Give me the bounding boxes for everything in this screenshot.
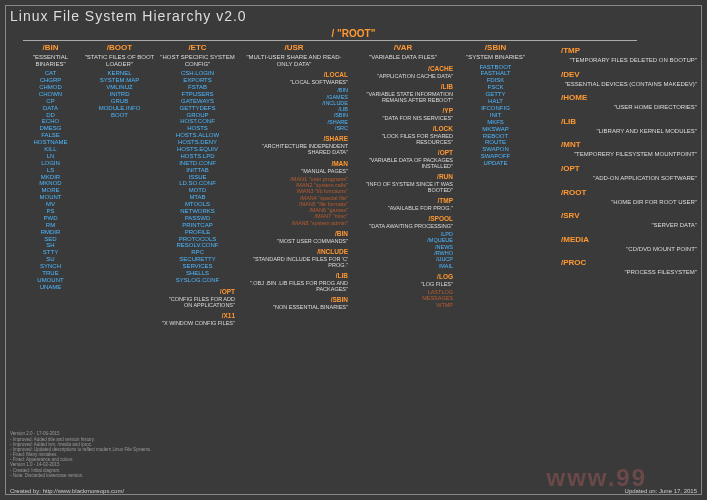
dir-header: /ROOT: [557, 186, 697, 197]
dir-header: /TMP: [557, 44, 697, 55]
dir-items: KERNELSYSTEM.MAPVMLINUZINITRDGRUBMODULE.…: [83, 70, 156, 118]
subdir-desc: "NON ESSENTIAL BINARIES": [240, 304, 348, 310]
dir-column: /BIN"ESSENTIAL BINARIES"CATCHGRPCHMODCHO…: [23, 40, 78, 291]
dir-block: /ROOT"HOME DIR FOR ROOT USER": [557, 186, 697, 206]
subdir-desc: "MANUAL PAGES": [240, 168, 348, 174]
dir-header: /OPT: [557, 162, 697, 173]
dir-block: /LIB"LIBRARY AND KERNEL MODULES": [557, 115, 697, 135]
subdir: /OPT"VARIABLE DATA OF PACKAGES INSTALLED…: [353, 149, 453, 169]
dir-block: /MNT"TEMPORERY FILESYSTEM MOUNTPOINT": [557, 138, 697, 158]
subdir-desc: "VARIABLE STATE INFORMATION REMAINS AFTE…: [353, 91, 453, 103]
dir-items: CATCHGRPCHMODCHOWNCPDATADDECHODMESGFALSE…: [23, 70, 78, 291]
dir-desc: "SERVER DATA": [557, 222, 697, 229]
dir-desc: "PROCESS FILESYSTEM": [557, 269, 697, 276]
dir-header: /USR: [240, 40, 348, 52]
subdir-header: /BIN: [240, 230, 348, 237]
subdir-desc: "CONFIG FILES FOR ADD ON APPLICATIONS": [160, 296, 235, 308]
subdir: /LOCAL"LOCAL SOFTWARES"/BIN/GAMES/INCLUD…: [240, 71, 348, 131]
subdir-header: /YP: [353, 107, 453, 114]
subdir: /RUN"INFO OF SYSTEM SINCE IT WAS BOOTED": [353, 173, 453, 193]
subdir-desc: "LOG FILES": [353, 281, 453, 287]
dir-header: /MNT: [557, 138, 697, 149]
diagram-canvas: /BIN"ESSENTIAL BINARIES"CATCHGRPCHMODCHO…: [8, 40, 699, 475]
dir-header: /BIN: [23, 40, 78, 52]
subdir-desc: "DATA FOR NIS SERVICES": [353, 115, 453, 121]
dir-header: /HOME: [557, 91, 697, 102]
dir-desc: "TEMPORARY FILES DELETED ON BOOTUP": [557, 57, 697, 64]
right-column: /TMP"TEMPORARY FILES DELETED ON BOOTUP"/…: [557, 40, 697, 279]
subdir: /TMP"AVAILABLE FOR PROG.": [353, 197, 453, 211]
dir-header: /DEV: [557, 68, 697, 79]
subdir-header: /OPT: [353, 149, 453, 156]
subdir: /LIB"VARIABLE STATE INFORMATION REMAINS …: [353, 83, 453, 103]
subdir-desc: "INFO OF SYSTEM SINCE IT WAS BOOTED": [353, 181, 453, 193]
dir-items: FASTBOOTFASTHALTFDISKFSCKGETTYHALTIFCONF…: [458, 64, 533, 167]
subdir-desc: "APPLICATION CACHE DATA": [353, 73, 453, 79]
dir-column: /USR"MULTI-USER SHARE AND READ-ONLY DATA…: [240, 40, 348, 312]
subdir: /SHARE"ARCHITECTURE INDEPENDENT SHARED D…: [240, 135, 348, 155]
subdir-desc: "LOCK FILES FOR SHARED RESOURCES": [353, 133, 453, 145]
subdir-header: /INCLUDE: [240, 248, 348, 255]
subdir-desc: "VARIABLE DATA OF PACKAGES INSTALLED": [353, 157, 453, 169]
subdir-header: /RUN: [353, 173, 453, 180]
subdir-desc: "X WINDOW CONFIG FILES": [160, 320, 235, 326]
dir-column: /ETC"HOST SPECIFIC SYSTEM CONFIG"CSH.LOG…: [160, 40, 235, 328]
subdir: /SBIN"NON ESSENTIAL BINARIES": [240, 296, 348, 310]
subdir: /LOG"LOG FILES"LASTLOGMESSAGESWTMP: [353, 273, 453, 308]
subdir-desc: "ARCHITECTURE INDEPENDENT SHARED DATA": [240, 143, 348, 155]
subdir-header: /MAN: [240, 160, 348, 167]
dir-block: /HOME"USER HOME DIRECTORIES": [557, 91, 697, 111]
subdir: /YP"DATA FOR NIS SERVICES": [353, 107, 453, 121]
subdir-desc: "DATA AWAITING PROCESSING": [353, 223, 453, 229]
dir-items: CSH.LOGINEXPORTSFSTABFTPUSERSGATEWAYSGET…: [160, 70, 235, 284]
dir-desc: "HOME DIR FOR ROOT USER": [557, 199, 697, 206]
dir-desc: "MULTI-USER SHARE AND READ-ONLY DATA": [240, 54, 348, 67]
subdir-header: /LIB: [353, 83, 453, 90]
dir-column: /BOOT"STATIC FILES OF BOOT LOADER"KERNEL…: [83, 40, 156, 118]
dir-desc: "HOST SPECIFIC SYSTEM CONFIG": [160, 54, 235, 67]
dir-header: /VAR: [353, 40, 453, 52]
subdir-desc: "STANDARD INCLUDE FILES FOR 'C' PROG.": [240, 256, 348, 268]
subdir-header: /LOG: [353, 273, 453, 280]
dir-header: /SBIN: [458, 40, 533, 52]
dir-header: /SRV: [557, 209, 697, 220]
dir-desc: "ESSENTIAL DEVICES (CONTAINS MAKEDEV)": [557, 81, 697, 88]
subdir: /MAN"MANUAL PAGES"/MAN1 "user programs"/…: [240, 160, 348, 227]
dir-header: /LIB: [557, 115, 697, 126]
dir-desc: "CD/DVD MOUNT POINT": [557, 246, 697, 253]
subdir-desc: "LOCAL SOFTWARES": [240, 79, 348, 85]
dir-desc: "STATIC FILES OF BOOT LOADER": [83, 54, 156, 67]
subdir-header: /CACHE: [353, 65, 453, 72]
subdir-desc: "AVAILABLE FOR PROG.": [353, 205, 453, 211]
dir-block: /DEV"ESSENTIAL DEVICES (CONTAINS MAKEDEV…: [557, 68, 697, 88]
dir-header: /ETC: [160, 40, 235, 52]
subdir: /LIB".OBJ .BIN .LIB FILES FOR PROG AND P…: [240, 272, 348, 292]
subdir: /SPOOL"DATA AWAITING PROCESSING"/LPD/MQU…: [353, 215, 453, 269]
dir-header: /PROC: [557, 256, 697, 267]
subdir-header: /X11: [160, 312, 235, 319]
subdir: /LOCK"LOCK FILES FOR SHARED RESOURCES": [353, 125, 453, 145]
dir-desc: "VARIABLE DATA FILES": [353, 54, 453, 61]
dir-header: /MEDIA: [557, 233, 697, 244]
dir-block: /MEDIA"CD/DVD MOUNT POINT": [557, 233, 697, 253]
subdir-header: /TMP: [353, 197, 453, 204]
dir-desc: "LIBRARY AND KERNEL MODULES": [557, 128, 697, 135]
subdir-header: /SBIN: [240, 296, 348, 303]
subdir-header: /SHARE: [240, 135, 348, 142]
dir-header: /BOOT: [83, 40, 156, 52]
dir-desc: "USER HOME DIRECTORIES": [557, 104, 697, 111]
subdir-items: LASTLOGMESSAGESWTMP: [353, 289, 453, 308]
watermark: www.99: [547, 464, 647, 492]
subdir-desc: "MOST USER COMMANDS": [240, 238, 348, 244]
subdir: /X11"X WINDOW CONFIG FILES": [160, 312, 235, 326]
dir-desc: "ADD-ON APPLICATION SOFTWARE": [557, 175, 697, 182]
subdir-items: /LPD/MQUEUE/NEWS/RWHO/UUCP/MAIL: [353, 231, 453, 269]
dir-desc: "TEMPORERY FILESYSTEM MOUNTPOINT": [557, 151, 697, 158]
subdir: /CACHE"APPLICATION CACHE DATA": [353, 65, 453, 79]
subdir-items: /BIN/GAMES/INCLUDE/LIB/SBIN/SHARE/SRC: [240, 87, 348, 131]
dir-block: /OPT"ADD-ON APPLICATION SOFTWARE": [557, 162, 697, 182]
dir-block: /TMP"TEMPORARY FILES DELETED ON BOOTUP": [557, 44, 697, 64]
version-history: Version 2.0 - 17-06-2015- Improved: Adde…: [10, 431, 152, 478]
page-title: Linux File System Hierarchy v2.0: [10, 8, 247, 24]
footer-credit: Created by: http://www.blackmoreops.com/: [10, 488, 124, 494]
